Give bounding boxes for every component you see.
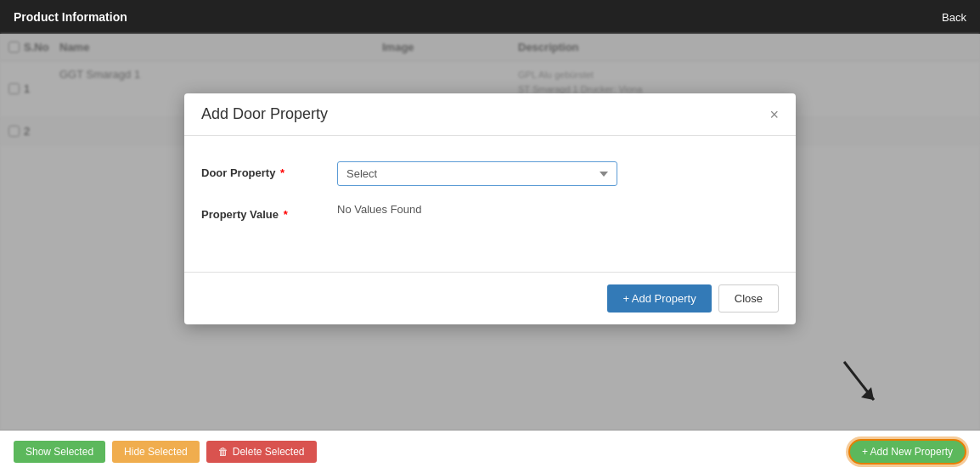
door-property-label: Door Property * [201, 161, 337, 179]
svg-marker-1 [861, 387, 874, 400]
modal-title: Add Door Property [201, 105, 328, 123]
header-bar: Product Information Back [0, 0, 980, 34]
property-value-control: No Values Found [337, 203, 779, 216]
modal-footer: + Add Property Close [184, 272, 796, 324]
door-property-row: Door Property * Select [201, 161, 779, 186]
close-modal-button[interactable]: Close [718, 284, 779, 313]
show-selected-button[interactable]: Show Selected [14, 441, 105, 463]
door-property-select[interactable]: Select [337, 161, 617, 186]
hide-selected-button[interactable]: Hide Selected [112, 441, 200, 463]
required-star-2: * [284, 208, 288, 221]
bottom-bar: Show Selected Hide Selected 🗑 Delete Sel… [0, 430, 980, 473]
modal-header: Add Door Property × [184, 93, 796, 136]
page-title: Product Information [14, 10, 127, 24]
door-property-control: Select [337, 161, 779, 186]
back-button[interactable]: Back [942, 11, 966, 24]
property-value-row: Property Value * No Values Found [201, 203, 779, 221]
arrow-annotation [827, 353, 895, 424]
required-star: * [280, 166, 284, 179]
modal-close-x-button[interactable]: × [769, 107, 779, 122]
no-values-text: No Values Found [337, 198, 422, 216]
property-value-label: Property Value * [201, 203, 337, 221]
add-property-button[interactable]: + Add Property [607, 284, 711, 313]
trash-icon: 🗑 [218, 446, 228, 458]
modal-body: Door Property * Select Property Value * … [184, 136, 796, 272]
delete-selected-button[interactable]: 🗑 Delete Selected [206, 441, 317, 463]
add-new-property-button[interactable]: + Add New Property [848, 439, 966, 465]
add-door-property-modal: Add Door Property × Door Property * Sele… [184, 93, 796, 324]
